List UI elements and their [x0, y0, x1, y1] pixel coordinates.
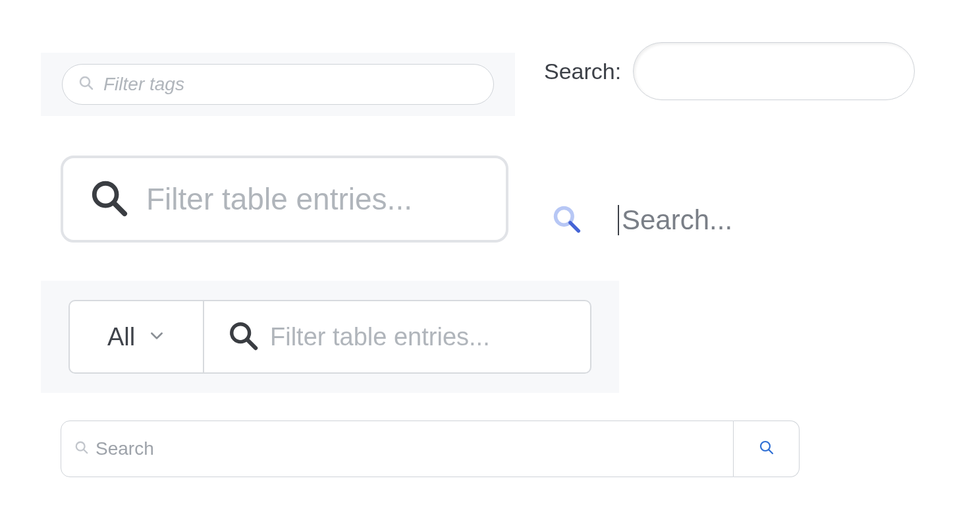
filter-tags-container: [41, 53, 515, 116]
filter-table-field[interactable]: [204, 300, 591, 374]
filter-table-large-field[interactable]: [61, 156, 508, 243]
svg-line-9: [84, 450, 87, 453]
filter-tags-field[interactable]: [62, 64, 494, 105]
chevron-down-icon: [148, 327, 165, 347]
filter-tags-input[interactable]: [103, 74, 477, 95]
search-bar-field[interactable]: [61, 420, 734, 477]
search-icon: [552, 204, 581, 236]
search-icon: [74, 440, 89, 457]
search-icon: [90, 179, 128, 219]
filter-with-dropdown-container: All: [41, 281, 619, 393]
search-labeled-field[interactable]: [633, 42, 915, 100]
filter-table-large-input[interactable]: [146, 181, 479, 217]
search-borderless-container: Search...: [552, 204, 732, 236]
filter-table-input[interactable]: [270, 323, 566, 351]
filter-scope-dropdown-label: All: [107, 323, 135, 351]
svg-line-7: [247, 339, 256, 348]
search-labeled-container: Search:: [544, 42, 915, 100]
search-borderless-placeholder: Search...: [622, 204, 732, 236]
search-icon: [228, 320, 258, 353]
search-labeled-input[interactable]: [634, 43, 914, 100]
search-bar-input[interactable]: [95, 438, 720, 459]
svg-line-1: [89, 86, 93, 90]
search-icon: [78, 75, 94, 94]
search-bar-with-button: [61, 420, 800, 477]
svg-line-3: [114, 203, 124, 214]
search-icon: [759, 440, 775, 458]
svg-line-11: [769, 450, 773, 454]
svg-line-5: [570, 223, 578, 231]
search-borderless-input[interactable]: Search...: [618, 204, 732, 236]
text-caret: [618, 205, 619, 235]
filter-scope-dropdown[interactable]: All: [68, 300, 204, 374]
search-submit-button[interactable]: [734, 420, 800, 477]
search-label: Search:: [544, 59, 621, 84]
